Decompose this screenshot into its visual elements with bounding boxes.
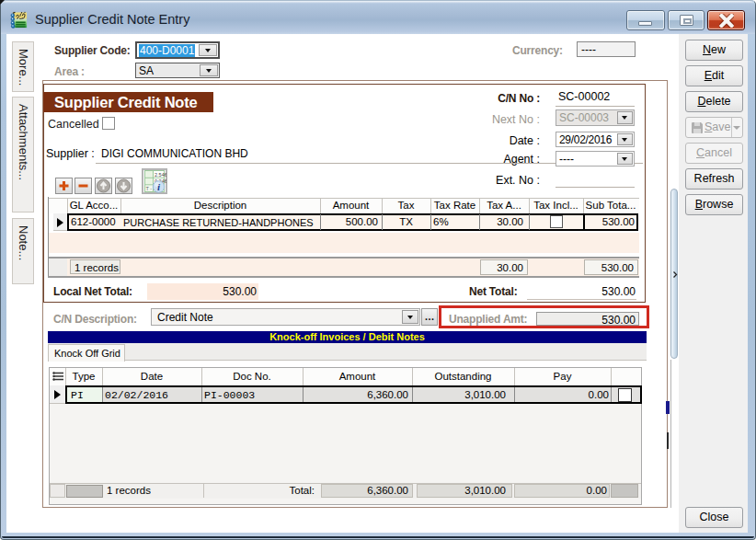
svg-text:2.546: 2.546 xyxy=(155,172,166,178)
